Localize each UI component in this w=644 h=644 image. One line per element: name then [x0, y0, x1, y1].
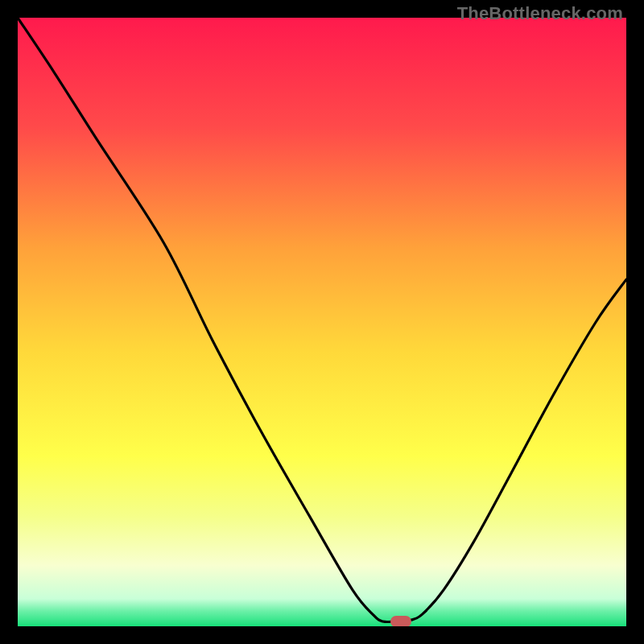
watermark-text: TheBottleneck.com	[457, 3, 623, 24]
bottleneck-curve	[18, 18, 626, 622]
chart-frame: TheBottleneck.com	[0, 0, 644, 644]
curve-layer	[18, 18, 626, 626]
optimal-marker	[390, 616, 411, 626]
plot-area	[18, 18, 626, 626]
